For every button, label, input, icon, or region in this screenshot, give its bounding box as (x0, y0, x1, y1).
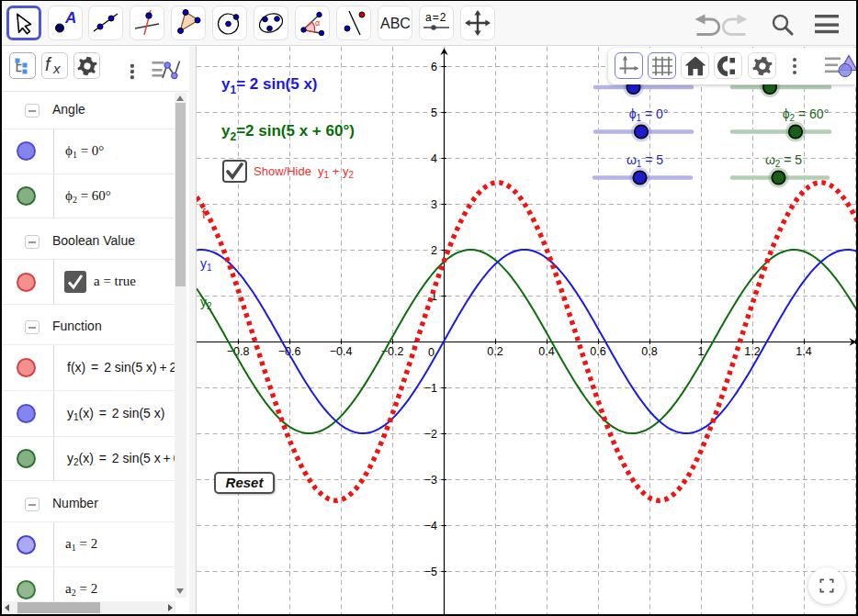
svg-text:ϕ1 = 0°: ϕ1 = 0° (629, 106, 669, 123)
svg-text:x: x (52, 61, 61, 75)
svg-text:5: 5 (431, 106, 437, 119)
svg-text:6: 6 (431, 61, 437, 73)
svg-text:0.6: 0.6 (590, 345, 605, 358)
svg-text:−0.8: −0.8 (227, 345, 250, 358)
svg-text:ω2 = 5: ω2 = 5 (765, 152, 802, 169)
svg-text:−2: −2 (424, 428, 437, 441)
svg-text:−4: −4 (424, 520, 437, 532)
svg-text:4: 4 (431, 152, 437, 165)
svg-text:1.4: 1.4 (796, 345, 811, 358)
svg-text:−5: −5 (424, 566, 437, 578)
svg-text:a = 2: a = 2 (425, 11, 446, 24)
svg-text:0.8: 0.8 (641, 345, 657, 358)
svg-text:ABC: ABC (380, 16, 410, 31)
svg-text:f: f (202, 207, 206, 221)
svg-text:ω1 = 5: ω1 = 5 (627, 152, 663, 169)
svg-text:0: 0 (428, 346, 435, 359)
svg-text:y1: y1 (200, 256, 212, 273)
svg-text:f: f (45, 57, 52, 74)
svg-text:0.4: 0.4 (538, 345, 554, 358)
svg-text:−1: −1 (424, 382, 437, 395)
svg-text:−0.4: −0.4 (330, 345, 353, 358)
svg-text:y2: y2 (200, 295, 212, 311)
svg-text:α: α (315, 18, 320, 28)
svg-text:−3: −3 (424, 474, 437, 487)
svg-text:ϕ2 = 60°: ϕ2 = 60° (783, 106, 830, 123)
svg-text:1: 1 (698, 345, 705, 358)
svg-text:A: A (64, 10, 76, 27)
svg-text:3: 3 (431, 198, 437, 211)
svg-text:0.2: 0.2 (487, 345, 502, 358)
svg-text:2: 2 (431, 244, 437, 257)
